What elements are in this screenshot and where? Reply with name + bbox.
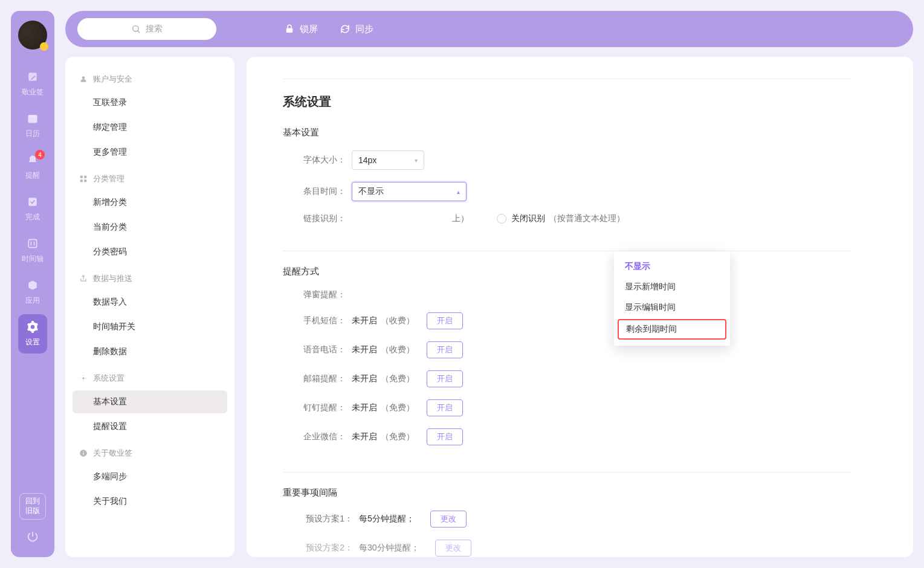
rail-item-done[interactable]: 完成: [18, 189, 47, 228]
rail-label: 提醒: [25, 170, 40, 181]
search-input[interactable]: 搜索: [77, 18, 216, 40]
dropdown-option-add-time[interactable]: 显示新增时间: [614, 277, 730, 297]
svg-point-15: [83, 451, 83, 451]
nav-item-import[interactable]: 数据导入: [73, 291, 227, 314]
section-remind: 提醒方式 弹窗提醒： 手机短信： 未开启 （收费） 开启 语音电话： 未开: [283, 266, 851, 473]
lock-label: 锁屏: [300, 24, 318, 35]
sync-button[interactable]: 同步: [340, 24, 373, 35]
nav-item-add-category[interactable]: 新增分类: [73, 191, 227, 214]
label-preset1: 预设方案1：: [299, 514, 353, 524]
rail-item-note[interactable]: 敬业签: [18, 64, 47, 103]
value-voice: 未开启: [352, 344, 377, 355]
dropdown-option-remaining-time[interactable]: 剩余到期时间: [618, 319, 726, 340]
svg-rect-0: [28, 73, 36, 80]
rail-item-settings[interactable]: 设置: [18, 314, 47, 353]
nav-item-current-category[interactable]: 当前分类: [73, 216, 227, 239]
nav-item-about-us[interactable]: 关于我们: [73, 490, 227, 513]
back-to-old-button[interactable]: 回到旧版: [19, 493, 46, 520]
row-link-detect: 链接识别： 上） 关闭识别 （按普通文本处理）: [283, 213, 851, 224]
note-email: （免费）: [381, 373, 415, 384]
svg-point-7: [82, 76, 85, 79]
enable-wecom-button[interactable]: 开启: [427, 428, 463, 445]
info-icon: [79, 448, 88, 458]
rail-label: 完成: [25, 212, 40, 222]
content-panel: 系统设置 基本设置 字体大小： 14px▾ 条目时间： 不显示▴: [247, 57, 913, 557]
search-icon: [131, 24, 141, 34]
label-email: 邮箱提醒：: [299, 373, 346, 384]
export-icon: [79, 274, 88, 283]
row-item-time: 条目时间： 不显示▴: [283, 182, 851, 201]
box-icon: [26, 279, 39, 292]
svg-rect-14: [83, 453, 83, 455]
note-dingtalk: （免费）: [381, 402, 415, 413]
dropdown-option-edit-time[interactable]: 显示编辑时间: [614, 297, 730, 318]
row-voice: 语音电话： 未开启 （收费） 开启: [283, 341, 851, 358]
calendar-icon: [26, 112, 39, 125]
svg-rect-9: [84, 176, 86, 178]
enable-sms-button[interactable]: 开启: [427, 312, 463, 329]
row-email: 邮箱提醒： 未开启 （免费） 开启: [283, 370, 851, 387]
lock-button[interactable]: 锁屏: [284, 24, 318, 35]
app-root: 敬业签 日历 4提醒 完成 时间轴 应用 设置 回到旧版 搜索 锁屏 同步: [0, 0, 924, 568]
top-divider: [283, 79, 851, 79]
svg-rect-2: [28, 115, 37, 117]
enable-voice-button[interactable]: 开启: [427, 341, 463, 358]
note-voice: （收费）: [381, 344, 415, 355]
svg-rect-6: [286, 28, 293, 33]
row-preset1: 预设方案1： 每5分钟提醒； 更改: [283, 511, 851, 528]
rail-item-apps[interactable]: 应用: [18, 273, 47, 312]
sync-label: 同步: [355, 24, 373, 35]
link-opt1-suffix: 上）: [352, 213, 473, 224]
value-wecom: 未开启: [352, 431, 377, 442]
enable-email-button[interactable]: 开启: [427, 370, 463, 387]
nav-item-multi-sync[interactable]: 多端同步: [73, 465, 227, 488]
svg-rect-10: [80, 179, 83, 182]
label-dingtalk: 钉钉提醒：: [299, 402, 346, 413]
power-button[interactable]: [24, 528, 41, 545]
select-font-size[interactable]: 14px▾: [352, 150, 424, 170]
radio-close-detect[interactable]: [497, 214, 506, 224]
enable-dingtalk-button[interactable]: 开启: [427, 399, 463, 416]
rail-item-reminder[interactable]: 4提醒: [18, 147, 47, 187]
label-item-time: 条目时间：: [299, 186, 346, 197]
note-icon: [26, 70, 39, 83]
avatar[interactable]: [18, 21, 47, 50]
dropdown-option-none[interactable]: 不显示: [614, 256, 730, 277]
section-title-basic: 基本设置: [283, 127, 851, 138]
change-preset2-button[interactable]: 更改: [435, 540, 471, 557]
chevron-up-icon: ▴: [457, 189, 460, 195]
label-popup: 弹窗提醒：: [299, 289, 346, 300]
nav-item-timeline-switch[interactable]: 时间轴开关: [73, 315, 227, 338]
nav-head-about: 关于敬业签: [73, 443, 227, 463]
rail-item-timeline[interactable]: 时间轴: [18, 231, 47, 270]
select-item-time[interactable]: 不显示▴: [352, 182, 467, 201]
row-dingtalk: 钉钉提醒： 未开启 （免费） 开启: [283, 399, 851, 416]
page-title: 系统设置: [283, 94, 851, 110]
nav-item-login[interactable]: 互联登录: [73, 91, 227, 114]
topbar: 搜索 锁屏 同步: [65, 11, 913, 47]
row-preset2: 预设方案2： 每30分钟提醒； 更改: [283, 540, 851, 557]
check-icon: [26, 195, 39, 208]
timeline-icon: [26, 237, 39, 250]
rail-label: 应用: [25, 295, 40, 306]
value-sms: 未开启: [352, 315, 377, 326]
nav-head-system: 系统设置: [73, 368, 227, 389]
row-wecom: 企业微信： 未开启 （免费） 开启: [283, 428, 851, 445]
nav-item-delete-data[interactable]: 删除数据: [73, 340, 227, 363]
change-preset1-button[interactable]: 更改: [430, 511, 467, 528]
nav-item-binding[interactable]: 绑定管理: [73, 116, 227, 139]
nav-item-category-password[interactable]: 分类密码: [73, 240, 227, 263]
nav-item-more-manage[interactable]: 更多管理: [73, 141, 227, 164]
rail-item-calendar[interactable]: 日历: [18, 106, 47, 145]
label-voice: 语音电话：: [299, 344, 346, 355]
row-sms: 手机短信： 未开启 （收费） 开启: [283, 312, 851, 329]
search-placeholder: 搜索: [146, 24, 163, 34]
svg-point-5: [133, 26, 138, 31]
value-dingtalk: 未开启: [352, 402, 377, 413]
nav-head-account: 账户与安全: [73, 69, 227, 89]
nav-item-basic-settings[interactable]: 基本设置: [73, 390, 227, 413]
note-wecom: （免费）: [381, 431, 415, 442]
value-email: 未开启: [352, 373, 377, 384]
nav-item-remind-settings[interactable]: 提醒设置: [73, 415, 227, 438]
right-pane: 搜索 锁屏 同步 账户与安全 互联登录 绑定管理 更多管理 分类管理 新增分类 …: [65, 11, 913, 557]
